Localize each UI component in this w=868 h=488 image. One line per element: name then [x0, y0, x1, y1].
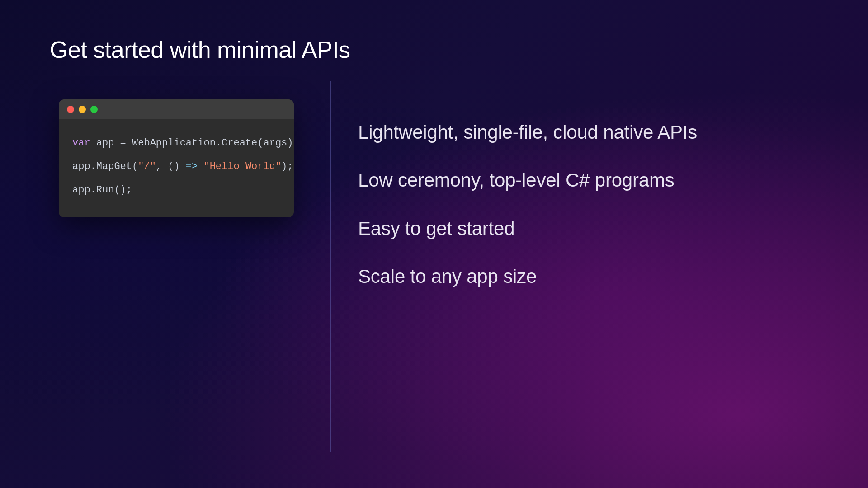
- code-window: var app = WebApplication.Create(args); a…: [59, 99, 294, 217]
- code-line-empty-1: [72, 153, 280, 157]
- code-body: var app = WebApplication.Create(args); a…: [59, 119, 294, 217]
- code-line-3: app.Run();: [72, 181, 280, 200]
- feature-item-4: Scale to any app size: [358, 253, 818, 300]
- feature-text-2: Low ceremony, top-level C# programs: [358, 169, 675, 191]
- main-layout: var app = WebApplication.Create(args); a…: [50, 90, 818, 452]
- code-line-empty-2: [72, 176, 280, 181]
- window-titlebar: [59, 99, 294, 119]
- code-line-2: app.MapGet("/", () => "Hello World");: [72, 157, 280, 176]
- feature-item-1: Lightweight, single-file, cloud native A…: [358, 108, 818, 156]
- slide-title: Get started with minimal APIs: [50, 36, 818, 63]
- code-line-1: var app = WebApplication.Create(args);: [72, 134, 280, 153]
- vertical-divider: [330, 81, 331, 452]
- feature-item-3: Easy to get started: [358, 205, 818, 253]
- right-panel: Lightweight, single-file, cloud native A…: [358, 90, 818, 301]
- feature-text-3: Easy to get started: [358, 218, 514, 239]
- slide-content: Get started with minimal APIs var app = …: [0, 0, 868, 488]
- feature-text-4: Scale to any app size: [358, 266, 537, 287]
- minimize-button-icon: [79, 106, 86, 113]
- maximize-button-icon: [90, 106, 98, 113]
- left-panel: var app = WebApplication.Create(args); a…: [50, 90, 303, 217]
- close-button-icon: [67, 106, 74, 113]
- feature-item-2: Low ceremony, top-level C# programs: [358, 156, 818, 204]
- feature-text-1: Lightweight, single-file, cloud native A…: [358, 122, 697, 143]
